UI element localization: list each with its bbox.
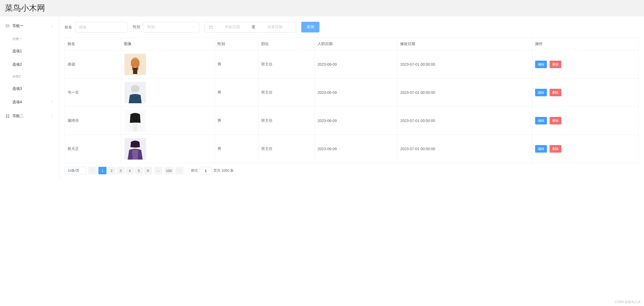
cell-position: 班主任: [259, 50, 315, 79]
chevron-down-icon: [51, 115, 54, 118]
page-jump: 前往 页共 1000 条: [191, 167, 234, 174]
sidebar: 导航一 分组一 选项1 选项2 分组2 选项3 选项4 导航二: [0, 16, 59, 180]
cell-ops: 编辑删除: [532, 135, 638, 163]
jump-prefix: 前往: [191, 168, 198, 173]
table-row: 殷天正男班主任2023-06-092023-07-01 00:00:00编辑删除: [65, 135, 639, 163]
date-range-picker[interactable]: 开始日期 至 结束日期: [205, 22, 296, 32]
table-header-row: 姓名 图像 性别 职位 入职日期 修改日期 操作: [65, 38, 639, 50]
sidebar-group2: 分组2: [0, 71, 59, 82]
cell-name: 韦一笑: [65, 79, 121, 107]
chevron-down-icon: [82, 169, 84, 172]
cell-name: 谢逊: [65, 50, 121, 79]
chevron-down-icon: [51, 25, 54, 28]
site-title: 菜鸟小木网: [5, 3, 45, 12]
gender-select[interactable]: 性别: [143, 22, 199, 32]
grid-icon: [5, 114, 10, 118]
delete-button[interactable]: 删除: [550, 117, 561, 124]
svg-rect-2: [8, 115, 9, 116]
svg-rect-4: [8, 116, 9, 118]
cell-modify: 2023-07-01 00:00:00: [398, 50, 532, 79]
th-ops: 操作: [532, 38, 638, 50]
page-size-label: 10条/页: [68, 168, 79, 173]
svg-rect-5: [209, 26, 212, 29]
mail-icon: [5, 24, 10, 28]
cell-avatar: [121, 79, 215, 107]
avatar-image: [124, 82, 146, 103]
filter-gender: 性别 性别: [133, 22, 199, 32]
th-modify: 修改日期: [398, 38, 532, 50]
layout: 导航一 分组一 选项1 选项2 分组2 选项3 选项4 导航二: [0, 16, 644, 180]
cell-gender: 男: [215, 79, 259, 107]
filter-name: 姓名: [65, 22, 127, 32]
cell-name: 殷天正: [65, 135, 121, 163]
name-label: 姓名: [65, 25, 72, 29]
avatar-image: [124, 110, 146, 131]
sidebar-item-opt1[interactable]: 选项1: [0, 44, 59, 58]
cell-position: 班主任: [259, 79, 315, 107]
data-table: 姓名 图像 性别 职位 入职日期 修改日期 操作 谢逊男班主任2023-06-0…: [65, 37, 639, 163]
cell-ops: 编辑删除: [532, 79, 638, 107]
edit-button[interactable]: 编辑: [535, 61, 547, 68]
chevron-down-icon: [192, 26, 195, 29]
edit-button[interactable]: 编辑: [535, 117, 547, 124]
gender-placeholder: 性别: [147, 25, 155, 30]
sidebar-item-opt4[interactable]: 选项4: [0, 95, 59, 109]
page-header: 菜鸟小木网: [0, 0, 644, 16]
delete-button[interactable]: 删除: [550, 89, 561, 96]
table-row: 黛绮丝男班主任2023-06-092023-07-01 00:00:00编辑删除: [65, 107, 639, 135]
chevron-down-icon: [51, 101, 54, 104]
jump-suffix: 页共 1000 条: [214, 168, 234, 173]
cell-join: 2023-06-09: [315, 79, 397, 107]
svg-rect-8: [133, 68, 137, 74]
query-button[interactable]: 查询: [301, 22, 319, 32]
sidebar-nav2-label: 导航二: [12, 114, 24, 119]
page-number-4[interactable]: 4: [126, 167, 134, 174]
sidebar-nav1-label: 导航一: [12, 24, 24, 28]
cell-avatar: [121, 107, 215, 135]
cell-join: 2023-06-09: [315, 135, 397, 163]
cell-avatar: [121, 135, 215, 163]
sidebar-group1: 分组一: [0, 34, 59, 44]
page-ellipsis[interactable]: ···: [154, 167, 162, 174]
cell-avatar: [121, 50, 215, 79]
gender-label: 性别: [133, 25, 140, 29]
edit-button[interactable]: 编辑: [535, 145, 547, 153]
name-input[interactable]: [75, 22, 127, 32]
sidebar-opt4-label: 选项4: [12, 95, 22, 109]
cell-gender: 男: [215, 107, 259, 135]
page-number-3[interactable]: 3: [117, 167, 125, 174]
delete-button[interactable]: 删除: [550, 61, 561, 68]
cell-position: 班主任: [259, 107, 315, 135]
jump-input[interactable]: [200, 167, 212, 174]
delete-button[interactable]: 删除: [550, 145, 561, 153]
edit-button[interactable]: 编辑: [535, 89, 547, 96]
th-position: 职位: [259, 38, 315, 50]
table-row: 韦一笑男班主任2023-06-092023-07-01 00:00:00编辑删除: [65, 79, 639, 107]
next-page-button[interactable]: [175, 167, 183, 174]
th-name: 姓名: [65, 38, 121, 50]
page-number-5[interactable]: 5: [135, 167, 143, 174]
page-number-1[interactable]: 1: [98, 167, 106, 174]
svg-rect-3: [6, 116, 7, 118]
prev-page-button[interactable]: [88, 167, 96, 174]
sidebar-nav2[interactable]: 导航二: [0, 109, 59, 124]
cell-name: 黛绮丝: [65, 107, 121, 135]
cell-gender: 男: [215, 50, 259, 79]
cell-modify: 2023-07-01 00:00:00: [398, 135, 532, 163]
page-last[interactable]: 100: [164, 167, 174, 174]
table-row: 谢逊男班主任2023-06-092023-07-01 00:00:00编辑删除: [65, 50, 639, 79]
main-content: 姓名 性别 性别 开始日期 至 结束日期 查询: [59, 16, 644, 180]
page-number-2[interactable]: 2: [108, 167, 116, 174]
start-date-placeholder: 开始日期: [216, 25, 249, 30]
cell-gender: 男: [215, 135, 259, 163]
calendar-icon: [209, 25, 213, 29]
cell-modify: 2023-07-01 00:00:00: [398, 79, 532, 107]
sidebar-nav1[interactable]: 导航一: [0, 19, 59, 34]
sidebar-item-opt3[interactable]: 选项3: [0, 82, 59, 95]
page-number-6[interactable]: 6: [144, 167, 152, 174]
svg-rect-1: [6, 115, 7, 116]
page-size-select[interactable]: 10条/页: [65, 167, 86, 174]
sidebar-item-opt2[interactable]: 选项2: [0, 58, 59, 71]
cell-join: 2023-06-09: [315, 50, 397, 79]
avatar-image: [124, 138, 146, 160]
